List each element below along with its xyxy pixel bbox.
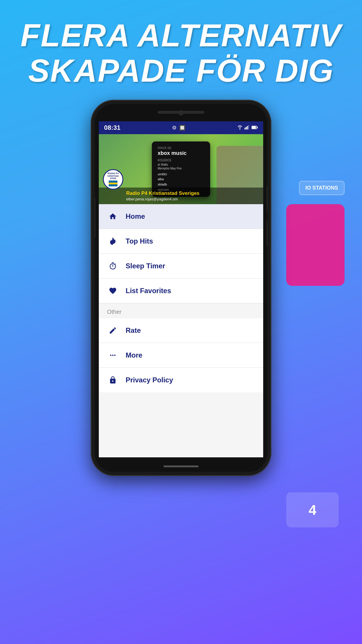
menu-home-label: Home bbox=[126, 212, 145, 220]
home-bar bbox=[164, 466, 198, 467]
status-left-icons: ⚙ 🔲 bbox=[172, 125, 185, 131]
menu-top-hits-label: Top Hits bbox=[126, 237, 153, 245]
artist-name2: Memphis May Fire bbox=[158, 167, 204, 170]
volume-up-button bbox=[95, 197, 95, 238]
menu-item-list-favorites[interactable]: List Favorites bbox=[99, 279, 263, 303]
status-time: 08:31 bbox=[104, 124, 120, 132]
status-right-icons bbox=[237, 125, 258, 131]
headline-line2: SKAPADE FÖR DIG bbox=[20, 53, 341, 88]
station-logo: RADIO P4KRISTIANSTAD bbox=[103, 169, 123, 190]
svg-rect-5 bbox=[252, 126, 256, 129]
bg-pink-card bbox=[286, 204, 345, 286]
svg-rect-0 bbox=[245, 128, 245, 130]
svg-rect-3 bbox=[248, 125, 249, 130]
sweden-flag bbox=[109, 181, 117, 186]
speaker bbox=[158, 111, 204, 114]
menu-item-more[interactable]: More bbox=[99, 343, 263, 368]
bg-radio-stations-label: IO STATIONS bbox=[299, 181, 345, 195]
phone-mockup: 08:31 ⚙ 🔲 bbox=[91, 100, 271, 479]
kolekce-label: KOLEKCE bbox=[158, 159, 204, 162]
headline-line1: FLERA ALTERNATIV bbox=[20, 18, 341, 53]
volume-down-button bbox=[267, 220, 267, 247]
menu-sleep-timer-label: Sleep Timer bbox=[126, 262, 165, 270]
hero-image: RÁVÁ SE xbox music KOLEKCE et Walls Memp… bbox=[99, 134, 263, 204]
menu-item-top-hits[interactable]: Top Hits bbox=[99, 229, 263, 254]
menu-section-other-label: Other bbox=[99, 303, 263, 318]
rava-se-label: RÁVÁ SE bbox=[158, 146, 204, 150]
power-button bbox=[267, 186, 267, 212]
menu-section-other: Rate More bbox=[99, 318, 263, 392]
phone-outer-shell: 08:31 ⚙ 🔲 bbox=[91, 100, 271, 476]
station-email: elber.pena.rojas@yagden4.om bbox=[126, 197, 259, 201]
menu-section-main: Home Top Hits bbox=[99, 204, 263, 303]
lock-icon bbox=[107, 374, 119, 386]
menu-item-rate[interactable]: Rate bbox=[99, 318, 263, 343]
svg-rect-6 bbox=[257, 127, 258, 128]
menu-item-home[interactable]: Home bbox=[99, 204, 263, 229]
bg-number-card: 4 bbox=[286, 492, 339, 527]
phone-screen: 08:31 ⚙ 🔲 bbox=[99, 121, 263, 457]
heart-icon bbox=[107, 285, 119, 297]
menu-privacy-policy-label: Privacy Policy bbox=[126, 376, 173, 384]
station-info-overlay: RADIO P4KRISTIANSTAD Radio P4 Kristianst… bbox=[99, 188, 263, 204]
svg-rect-1 bbox=[246, 127, 247, 130]
timer-icon bbox=[107, 260, 119, 272]
more-icon bbox=[107, 349, 119, 361]
gear-icon: ⚙ bbox=[172, 125, 177, 131]
rate-icon bbox=[107, 325, 119, 336]
menu-more-label: More bbox=[126, 351, 142, 359]
battery-icon bbox=[252, 125, 258, 131]
app-headline: FLERA ALTERNATIV SKAPADE FÖR DIG bbox=[20, 18, 341, 88]
xbox-music-label: xbox music bbox=[158, 150, 204, 156]
wifi-icon bbox=[237, 125, 243, 131]
svg-rect-2 bbox=[247, 126, 248, 130]
phone-inner-shell: 08:31 ⚙ 🔲 bbox=[95, 104, 267, 472]
menu-rate-label: Rate bbox=[126, 326, 141, 335]
menu-item-sleep-timer[interactable]: Sleep Timer bbox=[99, 254, 263, 279]
station-name: Radio P4 Kristianstad Sveriges bbox=[126, 190, 259, 196]
menu-list-favorites-label: List Favorites bbox=[126, 287, 171, 295]
drawer-menu: Home Top Hits bbox=[99, 204, 263, 392]
home-icon bbox=[107, 211, 119, 222]
notification-icon: 🔲 bbox=[179, 125, 185, 131]
status-bar: 08:31 ⚙ 🔲 bbox=[99, 121, 263, 134]
artist-name: et Walls bbox=[158, 163, 204, 166]
signal-icon bbox=[245, 125, 250, 131]
menu-item-privacy-policy[interactable]: Privacy Policy bbox=[99, 368, 263, 392]
fire-icon bbox=[107, 235, 119, 247]
